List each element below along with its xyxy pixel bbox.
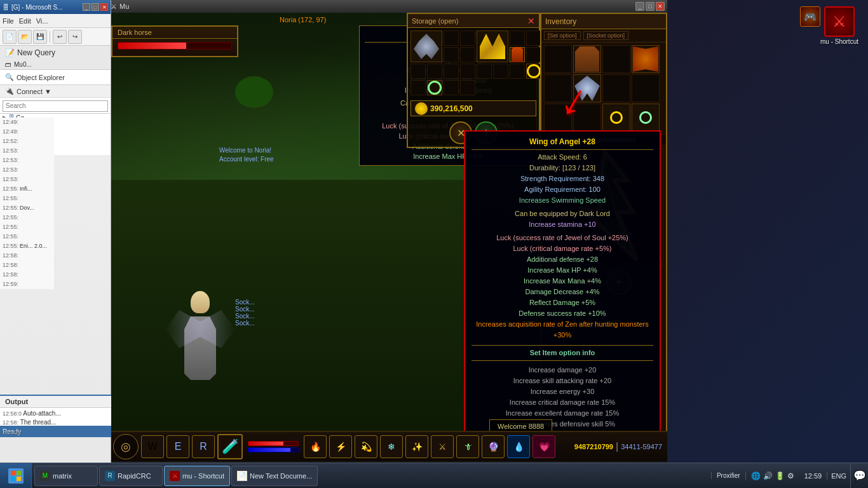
ttm-spacer3: [471, 341, 653, 343]
ts-1255-4: 12:55:: [0, 222, 54, 232]
potion-slot[interactable]: 🧪: [217, 434, 243, 459]
storage-item-wing[interactable]: [410, 30, 442, 62]
ssms-maximize-btn[interactable]: □: [92, 3, 99, 11]
taskbar-action-center-btn[interactable]: 💬: [850, 463, 868, 489]
storage-item-ring2[interactable]: [427, 80, 442, 95]
new-query-button[interactable]: 📝 New Query: [0, 46, 111, 60]
taskbar-clock[interactable]: 12:59: [799, 472, 827, 480]
storage-slot-3[interactable]: [510, 30, 525, 46]
ssms-toolbar: 📄 📂 💾 ↩ ↪: [0, 28, 111, 46]
inventory-header: Inventory: [541, 14, 666, 29]
game-minimize-btn[interactable]: _: [635, 2, 644, 11]
equip-slot-head[interactable]: [544, 45, 572, 73]
lang-icon: ENG: [831, 472, 846, 480]
storage-slot-10[interactable]: [444, 64, 459, 79]
taskbar-item-mu[interactable]: ⚔ mu - Shortcut: [164, 466, 230, 486]
skill-slot-3[interactable]: 💫: [355, 435, 377, 458]
storage-slot-15[interactable]: [410, 80, 426, 95]
storage-slot-14[interactable]: [510, 64, 525, 79]
ts-1253-2: 12:53:: [0, 156, 54, 165]
storage-slot-12[interactable]: [477, 64, 492, 79]
mu-shortcut-icon[interactable]: ⚔ mu - Shortcut: [820, 6, 858, 45]
storage-slot-9[interactable]: [427, 64, 442, 79]
storage-item-crown[interactable]: [477, 30, 508, 62]
storage-slot-6[interactable]: [460, 47, 475, 62]
mu-manager-icon[interactable]: 🎮: [800, 6, 820, 27]
ssms-menu-edit[interactable]: Edit: [19, 17, 31, 25]
object-explorer-label: Object Explorer: [17, 74, 65, 81]
storage-slot-5[interactable]: [444, 47, 459, 62]
skill-slot-4[interactable]: ❄: [380, 435, 403, 458]
skill-slot-6[interactable]: ⚔: [431, 435, 454, 458]
storage-slot-11[interactable]: [460, 64, 475, 79]
ssms-close-btn[interactable]: ✕: [100, 3, 108, 11]
storage-slot-2[interactable]: [460, 30, 475, 46]
ssms-menu-view[interactable]: Vi...: [36, 17, 48, 25]
ssms-toolbar-open[interactable]: 📂: [18, 30, 32, 44]
storage-item-robe[interactable]: [510, 47, 525, 62]
storage-title: Storage (open): [412, 17, 458, 25]
ssms-toolbar-new[interactable]: 📄: [3, 30, 17, 44]
tray-icon-settings[interactable]: ⚙: [787, 471, 794, 480]
equip-slot-robe[interactable]: [632, 45, 660, 73]
taskbar-tray: 🌐 🔊 🔋 ⚙: [745, 471, 799, 480]
skill-slot-blue1[interactable]: 💧: [507, 435, 530, 458]
ssms-menu-file[interactable]: File: [3, 17, 14, 25]
taskbar-item-notepad[interactable]: 📄 New Text Docume...: [231, 466, 318, 486]
equip-slot-ring2[interactable]: [632, 104, 660, 132]
storage-slot-8[interactable]: [410, 64, 426, 79]
equip-slot-3[interactable]: [602, 45, 630, 73]
skill-slot-7[interactable]: 🗡: [456, 435, 479, 458]
taskbar-proxifier[interactable]: Proxifier: [711, 472, 745, 479]
ssms-toolbar-save[interactable]: 💾: [33, 30, 47, 44]
inventory-tab-socket[interactable]: [Socket option]: [583, 31, 629, 40]
inventory-tab-set[interactable]: [Set option]: [544, 31, 581, 40]
storage-slot-16[interactable]: [444, 80, 459, 95]
bottom-gold-display: 9487210799 | 34411-59477: [574, 441, 662, 452]
ttm-set-energy: Increase energy +30: [471, 386, 653, 397]
taskbar-start-btn[interactable]: [0, 463, 32, 489]
taskbar-language[interactable]: ENG: [827, 472, 850, 480]
skill-slot-w[interactable]: W: [141, 435, 164, 458]
equip-slot-armor[interactable]: [573, 45, 601, 73]
ts-1249-2: 12:49:: [0, 127, 54, 137]
ssms-toolbar-redo[interactable]: ↪: [68, 30, 82, 44]
skill-slot-e[interactable]: E: [166, 435, 189, 458]
skill-slot-fire[interactable]: 🔥: [304, 435, 327, 458]
game-close-btn[interactable]: ✕: [656, 2, 665, 11]
pet-title-bar: Dark horse: [112, 27, 237, 39]
storage-close-btn[interactable]: ✕: [527, 16, 535, 26]
new-query-label: New Query: [17, 48, 55, 57]
equip-slot-7[interactable]: [602, 74, 630, 102]
storage-slot-13[interactable]: [493, 64, 508, 79]
skill-slot-r[interactable]: R: [192, 435, 215, 458]
game-viewport[interactable]: Noria (172, 97) Welcome to N: [108, 13, 667, 431]
hp-bar-bg: [248, 441, 299, 446]
ssms-search-input[interactable]: [3, 100, 108, 112]
equip-slot-8[interactable]: [632, 74, 660, 102]
ttm-bonus-dd: Damage Decrease +4%: [471, 287, 653, 297]
taskbar-item-matrix[interactable]: M matrix: [34, 466, 98, 486]
storage-item-ring[interactable]: [526, 64, 541, 79]
mu0-icon: 🗃: [5, 61, 11, 68]
skill-slot-5[interactable]: ✨: [405, 435, 428, 458]
ssms-toolbar-undo[interactable]: ↩: [53, 30, 67, 44]
skill-slot-8[interactable]: 🔮: [482, 435, 505, 458]
ssms-connect-button[interactable]: 🔌 Connect ▼: [0, 85, 111, 98]
storage-slot-17[interactable]: [460, 80, 475, 95]
taskbar-item-rapidcrc[interactable]: R RapidCRC: [99, 466, 163, 486]
hp-mana-display: [248, 441, 299, 452]
storage-slot-4[interactable]: [526, 30, 541, 46]
storage-slot-1[interactable]: [444, 30, 459, 46]
skill-slot-red1[interactable]: 💗: [532, 435, 555, 458]
ttm-stamina: Increase stamina +10: [471, 219, 653, 230]
game-title: Mu: [119, 3, 129, 10]
game-maximize-btn[interactable]: □: [646, 2, 654, 11]
compass-icon[interactable]: ◎: [113, 434, 139, 459]
ssms-timestamp-log: 12:49: 12:49: 12:52: 12:53: 12:53: 12:53…: [0, 118, 54, 289]
equip-slot-ring[interactable]: [602, 104, 630, 132]
ssms-icon: 🗄: [3, 4, 9, 11]
skill-slot-2[interactable]: ⚡: [329, 435, 352, 458]
storage-slot-7[interactable]: [526, 47, 541, 62]
ssms-minimize-btn[interactable]: _: [83, 3, 90, 11]
